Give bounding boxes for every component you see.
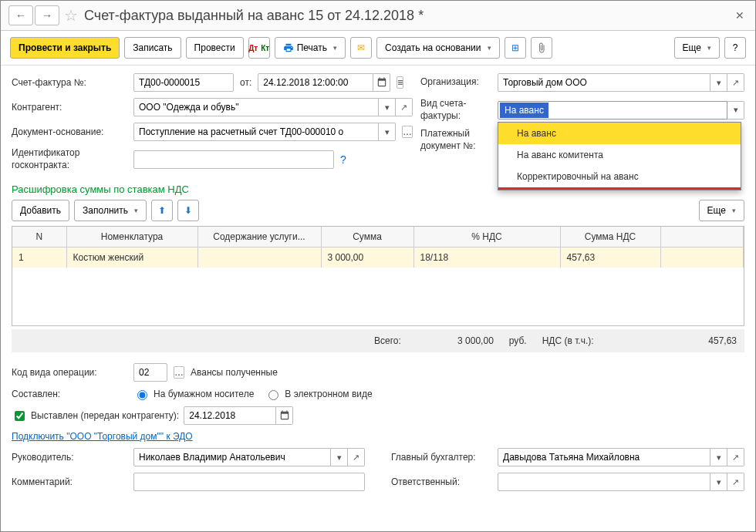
list-button[interactable]: ≡	[397, 76, 403, 89]
nav-forward-button[interactable]: →	[35, 5, 59, 25]
printer-icon	[283, 42, 294, 53]
post-and-close-button[interactable]: Провести и закрыть	[10, 37, 120, 59]
counterparty-label: Контрагент:	[12, 102, 127, 113]
col-rate: % НДС	[413, 227, 560, 247]
move-up-button[interactable]: ⬆	[151, 200, 173, 221]
col-n: N	[12, 227, 66, 247]
invoice-type-dropdown-button[interactable]: ▾	[727, 101, 744, 120]
radio-paper[interactable]: На бумажном носителе	[133, 388, 254, 400]
org-dropdown-button[interactable]: ▾	[710, 73, 727, 92]
org-open-button[interactable]: ↗	[727, 73, 744, 92]
dd-item-correction[interactable]: Корректировочный на аванс	[498, 166, 741, 190]
write-button[interactable]: Записать	[124, 37, 181, 59]
invoice-type-label: Вид счета-фактуры:	[420, 98, 491, 122]
attachment-button[interactable]	[531, 37, 552, 59]
org-input[interactable]	[498, 73, 710, 92]
structure-button[interactable]: ⊞	[505, 37, 526, 59]
invoice-type-selected: На аванс	[500, 103, 548, 118]
create-based-button[interactable]: Создать на основании	[376, 37, 500, 59]
counterparty-input[interactable]	[133, 98, 379, 116]
responsible-input[interactable]	[498, 473, 710, 491]
passed-checkbox[interactable]: Выставлен (передан контрагенту):	[12, 409, 179, 423]
more-button[interactable]: Еще	[674, 37, 720, 59]
passed-date-input[interactable]	[184, 406, 276, 425]
issued-label: Составлен:	[12, 389, 127, 399]
basis-label: Документ-основание:	[12, 126, 127, 137]
responsible-dropdown-button[interactable]: ▾	[710, 473, 727, 491]
radio-electronic[interactable]: В электронном виде	[265, 388, 372, 400]
number-label: Счет-фактура №:	[12, 77, 127, 88]
move-down-button[interactable]: ⬇	[177, 200, 199, 221]
op-code-label: Код вида операции:	[12, 367, 127, 378]
invoice-type-dropdown-menu: На аванс На аванс комитента Корректирово…	[498, 122, 741, 190]
org-label: Организация:	[420, 76, 491, 89]
director-label: Руководитель:	[12, 452, 127, 463]
counterparty-dropdown-button[interactable]: ▾	[379, 98, 396, 116]
director-dropdown-button[interactable]: ▾	[331, 448, 348, 466]
calendar-icon	[376, 77, 387, 88]
col-content: Содержание услуги...	[197, 227, 321, 247]
responsible-label: Ответственный:	[391, 476, 491, 487]
dd-item-commission[interactable]: На аванс комитента	[498, 144, 741, 166]
calendar-button[interactable]	[373, 73, 390, 92]
col-nom: Номенклатура	[66, 227, 197, 247]
director-input[interactable]	[133, 448, 331, 466]
fill-button[interactable]: Заполнить	[74, 200, 147, 221]
passed-calendar-button[interactable]	[276, 406, 293, 425]
invoice-type-input[interactable]: На аванс	[498, 101, 727, 120]
grid-more-button[interactable]: Еще	[699, 200, 744, 221]
close-icon[interactable]: ✕	[732, 6, 748, 25]
col-vat-sum: Сумма НДС	[560, 227, 660, 247]
comment-label: Комментарий:	[12, 476, 127, 487]
govid-input[interactable]	[133, 150, 334, 169]
payment-label: Платежный документ №:	[420, 128, 491, 152]
add-row-button[interactable]: Добавить	[12, 200, 69, 221]
accountant-dropdown-button[interactable]: ▾	[710, 448, 727, 466]
print-button[interactable]: Печать	[275, 37, 346, 59]
date-input[interactable]	[258, 73, 373, 92]
help-button[interactable]: ?	[724, 37, 746, 59]
vat-table[interactable]: N Номенклатура Содержание услуги... Сумм…	[12, 226, 744, 326]
basis-ellipsis-button[interactable]: …	[402, 126, 413, 138]
number-input[interactable]	[133, 73, 234, 92]
window-title: Счет-фактура выданный на аванс 15 от 24.…	[84, 8, 424, 24]
dtkt-button[interactable]: ДтКт	[248, 37, 270, 59]
basis-input[interactable]	[133, 123, 379, 141]
govid-help-icon[interactable]: ?	[340, 153, 346, 166]
director-open-button[interactable]: ↗	[348, 448, 365, 466]
col-sum: Сумма	[321, 227, 413, 247]
accountant-input[interactable]	[498, 448, 710, 466]
favorite-star-icon[interactable]: ☆	[64, 6, 78, 25]
accountant-label: Главный бухгалтер:	[391, 452, 491, 463]
from-label: от:	[240, 77, 251, 88]
comment-input[interactable]	[133, 473, 365, 491]
email-button[interactable]: ✉	[350, 37, 372, 59]
table-row[interactable]: 1 Костюм женский 3 000,00 18/118 457,63	[12, 247, 744, 268]
basis-dropdown-button[interactable]: ▾	[379, 123, 396, 141]
dd-item-advance[interactable]: На аванс	[498, 123, 741, 144]
calendar-icon	[279, 410, 290, 421]
totals-bar: Всего: 3 000,00 руб. НДС (в т.ч.): 457,6…	[12, 329, 744, 352]
govid-label: Идентификатор госконтракта:	[12, 147, 127, 171]
op-code-ellipsis-button[interactable]: …	[174, 366, 184, 379]
nav-back-button[interactable]: ←	[8, 5, 33, 25]
accountant-open-button[interactable]: ↗	[727, 448, 744, 466]
op-code-desc: Авансы полученные	[191, 367, 278, 378]
post-button[interactable]: Провести	[186, 37, 244, 59]
op-code-input[interactable]	[133, 363, 167, 382]
counterparty-open-button[interactable]: ↗	[396, 98, 413, 116]
responsible-open-button[interactable]: ↗	[727, 473, 744, 491]
edo-link[interactable]: Подключить "ООО "Торговый дом"" к ЭДО	[12, 431, 193, 442]
paperclip-icon	[536, 42, 547, 53]
